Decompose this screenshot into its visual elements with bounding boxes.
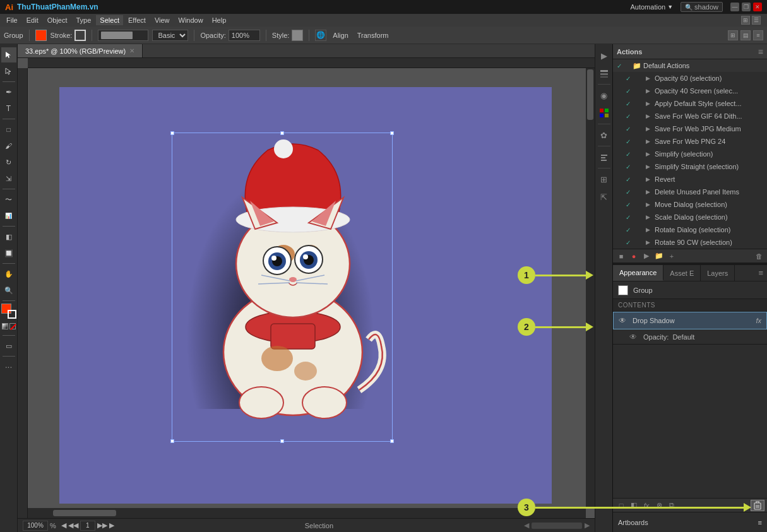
close-button[interactable]: ✕ <box>753 3 762 11</box>
v-scroll-thumb[interactable] <box>587 69 593 120</box>
opacity-input[interactable] <box>229 30 260 41</box>
stop-btn[interactable]: ■ <box>615 251 627 261</box>
next-page-btn[interactable]: ▶▶ <box>97 521 107 529</box>
add-effect-btn[interactable]: fx <box>641 500 652 511</box>
actions-panel-menu-btn[interactable]: ≡ <box>758 47 763 57</box>
tab-appearance[interactable]: Appearance <box>613 265 663 281</box>
action-item-png24[interactable]: ✓ ▶ Save For Web PNG 24 <box>613 135 767 148</box>
menu-view[interactable]: View <box>151 15 174 25</box>
pathfinder-icon[interactable]: ⊞ <box>597 172 612 187</box>
tab-asset-export[interactable]: Asset E <box>663 265 701 281</box>
action-item-simplify[interactable]: ✓ ▶ Simplify (selection) <box>613 148 767 160</box>
fx-button[interactable]: fx <box>756 317 761 324</box>
style-swatch[interactable] <box>292 30 303 41</box>
fill-swatch[interactable] <box>35 30 47 41</box>
color-swatches[interactable] <box>1 304 16 319</box>
warp-tool[interactable]: 〜 <box>1 192 16 207</box>
pen-tool[interactable]: ✒ <box>1 85 16 100</box>
drop-shadow-visibility-icon[interactable]: 👁 <box>619 316 630 325</box>
action-item-opacity40[interactable]: ✓ ▶ Opacity 40 Screen (selec... <box>613 85 767 97</box>
handle-tl[interactable] <box>170 131 174 135</box>
group-swatch[interactable] <box>618 285 628 295</box>
menu-effect[interactable]: Effect <box>124 15 150 25</box>
h-scroll-thumb[interactable] <box>53 510 116 516</box>
menu-type[interactable]: Type <box>73 15 95 25</box>
action-item-delete-unused[interactable]: ✓ ▶ Delete Unused Panel Items <box>613 186 767 198</box>
minimize-button[interactable]: — <box>730 3 739 11</box>
workspace-layout-btn[interactable]: ⊞ <box>741 16 750 25</box>
tab-layers[interactable]: Layers <box>701 265 735 281</box>
type-tool[interactable]: T <box>1 101 16 116</box>
handle-tm[interactable] <box>280 131 284 135</box>
zoom-input[interactable] <box>23 521 48 531</box>
horizontal-scrollbar[interactable] <box>28 508 586 518</box>
select-tool[interactable] <box>1 47 16 62</box>
menu-file[interactable]: File <box>3 15 21 25</box>
delete-action-btn[interactable]: 🗑 <box>753 251 764 261</box>
prev-page-btn[interactable]: ◀ <box>61 521 66 529</box>
handle-tr[interactable] <box>390 131 394 135</box>
zoom-tool[interactable]: 🔍 <box>1 283 16 298</box>
action-item-apply-default[interactable]: ✓ ▶ Apply Default Style (select... <box>613 97 767 110</box>
vertical-scrollbar[interactable] <box>586 68 595 508</box>
column-graph-tool[interactable]: 📊 <box>1 208 16 223</box>
workspace-list-btn[interactable]: ☰ <box>752 16 761 25</box>
play-btn[interactable]: ▶ <box>641 251 652 261</box>
action-item-jpg[interactable]: ✓ ▶ Save For Web JPG Medium <box>613 122 767 135</box>
artboards-menu-btn[interactable]: ≡ <box>758 519 762 526</box>
new-action-btn[interactable]: + <box>666 251 677 261</box>
gradient-swatch[interactable] <box>2 323 8 329</box>
arrange-btn[interactable]: ▤ <box>740 30 751 40</box>
appearance-panel-menu[interactable]: ≡ <box>754 268 767 278</box>
drop-shadow-row[interactable]: 👁 Drop Shadow fx <box>613 312 767 329</box>
action-item-gif64[interactable]: ✓ ▶ Save For Web GIF 64 Dith... <box>613 110 767 122</box>
add-new-stroke-btn[interactable]: □ <box>615 500 627 511</box>
transform-options-btn[interactable]: ⊞ <box>728 30 738 40</box>
canvas-nav-right[interactable]: ▶ <box>585 521 590 529</box>
delete-item-btn[interactable] <box>751 500 764 511</box>
add-new-fill-btn[interactable]: ◧ <box>628 500 639 511</box>
menu-select[interactable]: Select <box>96 15 123 25</box>
actions-icon[interactable]: ▶ <box>597 48 612 63</box>
actions-group-header[interactable]: ✓ 📁 Default Actions <box>613 59 767 72</box>
style-select[interactable]: Basic <box>152 30 188 41</box>
action-item-revert[interactable]: ✓ ▶ Revert <box>613 173 767 186</box>
eyedropper-tool[interactable]: 🔲 <box>1 245 16 261</box>
color-guide-icon[interactable]: ◉ <box>597 88 612 103</box>
options-btn[interactable]: ≡ <box>753 30 763 40</box>
menu-window[interactable]: Window <box>175 15 207 25</box>
action-item-move-dialog[interactable]: ✓ ▶ Move Dialog (selection) <box>613 198 767 211</box>
action-item-opacity60[interactable]: ✓ ▶ Opacity 60 (selection) <box>613 72 767 85</box>
document-tab[interactable]: 33.eps* @ 100% (RGB/Preview) ✕ <box>18 44 143 57</box>
direct-select-tool[interactable] <box>1 64 16 79</box>
duplicate-item-btn[interactable]: ⧉ <box>666 500 677 511</box>
change-screen-mode[interactable]: ▭ <box>1 338 16 353</box>
new-set-btn[interactable]: 📁 <box>653 251 665 261</box>
first-page-btn[interactable]: ◀◀ <box>68 521 78 529</box>
none-swatch[interactable] <box>9 323 16 329</box>
page-input[interactable] <box>80 521 95 531</box>
layers-icon[interactable] <box>597 66 612 81</box>
record-btn[interactable]: ● <box>628 251 639 261</box>
more-tools[interactable]: ··· <box>1 359 16 374</box>
clear-appearance-btn[interactable]: ⊗ <box>653 500 665 511</box>
menu-help[interactable]: Help <box>208 15 230 25</box>
swatches-icon[interactable] <box>597 105 612 121</box>
action-item-scale-dialog[interactable]: ✓ ▶ Scale Dialog (selection) <box>613 211 767 223</box>
action-item-rotate-dialog[interactable]: ✓ ▶ Rotate Dialog (selection) <box>613 223 767 236</box>
menu-object[interactable]: Object <box>44 15 71 25</box>
action-item-simplify-straight[interactable]: ✓ ▶ Simplify Straight (selection) <box>613 160 767 173</box>
scale-tool[interactable]: ⇲ <box>1 171 16 186</box>
automation-dropdown[interactable]: Automation ▼ <box>630 3 673 11</box>
rotate-tool[interactable]: ↻ <box>1 155 16 170</box>
action-item-rotate90[interactable]: ✓ ▶ Rotate 90 CW (selection) <box>613 236 767 249</box>
hand-tool[interactable]: ✋ <box>1 266 16 281</box>
rectangle-tool[interactable]: □ <box>1 122 16 137</box>
tab-close-button[interactable]: ✕ <box>129 47 134 54</box>
canvas-nav-left[interactable]: ◀ <box>524 521 529 529</box>
align-icon[interactable] <box>597 150 612 165</box>
web-icon[interactable]: 🌐 <box>315 30 326 41</box>
restore-button[interactable]: ❐ <box>742 3 751 11</box>
paintbrush-tool[interactable]: 🖌 <box>1 138 16 153</box>
transform-icon[interactable]: ⇱ <box>597 189 612 204</box>
